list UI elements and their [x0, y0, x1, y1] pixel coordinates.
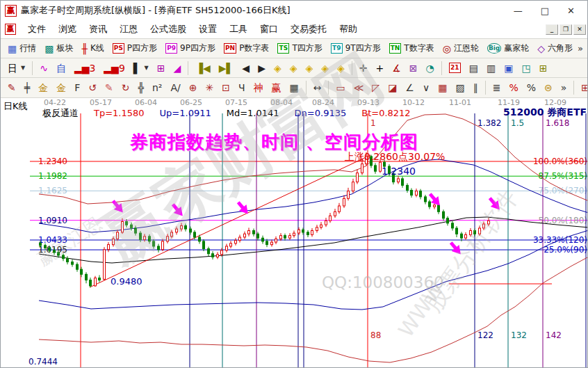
bars-9-tool[interactable]: ▂▅9 — [99, 61, 129, 76]
last-bar-button[interactable]: ▶▌ — [215, 61, 238, 76]
trade-cart-button[interactable]: ⊞ — [535, 61, 552, 76]
calculator-button[interactable]: ▤ — [465, 61, 482, 76]
color-chart-tool[interactable]: ◢ — [169, 61, 185, 76]
color-chart-tool-icon: ◢ — [173, 63, 181, 74]
rect-frame-tool[interactable]: ▭ — [332, 80, 349, 95]
p-number-button[interactable]: PNP数字表 — [220, 40, 273, 56]
wave-period-tool[interactable]: ∿ — [35, 61, 52, 76]
hand-tool[interactable]: ✛ — [355, 61, 372, 76]
prev-bar-button[interactable]: ◀ — [238, 61, 254, 76]
t9-square-button[interactable]: T99T四方形 — [327, 40, 385, 56]
toolbar-main-overflow[interactable]: » — [578, 43, 588, 54]
zigzag-tool[interactable]: ∨ — [418, 80, 434, 95]
tick-tool[interactable]: Ч — [234, 80, 250, 95]
crosshair-tool[interactable]: + — [372, 61, 389, 76]
ratio-rule-tool[interactable]: ≣ — [489, 80, 505, 95]
calculator-button-icon: ▤ — [469, 63, 478, 74]
diamond-compress-button[interactable]: ◈ — [317, 61, 333, 76]
kline-button[interactable]: ╫K线 — [77, 40, 108, 56]
pane-period-label[interactable]: 日K线 — [3, 100, 28, 113]
percent-line-tool[interactable]: % — [505, 80, 522, 95]
fence2-tool[interactable]: ╬ — [133, 80, 147, 95]
cycle-circle-tool[interactable]: ↻ — [117, 80, 134, 95]
trade-cart-button-icon: ⊞ — [539, 63, 548, 74]
percent-tool[interactable]: % — [523, 80, 540, 95]
pattern-tool[interactable]: ⊞ — [153, 61, 170, 76]
pencil2-tool[interactable]: ✎ — [101, 80, 117, 95]
p-square-button[interactable]: PSP四方形 — [108, 40, 161, 56]
diamond-left-button[interactable]: ◈ — [270, 61, 286, 76]
candle-style-dropdown[interactable]: ▌▼ — [129, 61, 153, 76]
mdi-close-button[interactable]: ✕ — [573, 24, 586, 35]
draw-overflow-1[interactable]: » — [557, 80, 571, 95]
fib-f-tool[interactable]: F — [70, 80, 84, 95]
menu-item-6[interactable]: 设置 — [193, 20, 223, 38]
p9-square-button[interactable]: P99P四方形 — [161, 40, 220, 56]
width-marker-tool[interactable]: ↔ — [309, 80, 326, 95]
n-square-tool[interactable]: n² — [148, 80, 167, 95]
export-button[interactable]: ◳ — [518, 61, 535, 76]
ying-tool[interactable]: 赢 — [267, 80, 285, 95]
pencil2-tool-icon: ✎ — [105, 82, 113, 93]
angle-line-tool[interactable]: ∠ — [401, 80, 418, 95]
mdi-restore-button[interactable]: ❐ — [560, 24, 572, 35]
next-bar-button[interactable]: ▶ — [254, 61, 270, 76]
golden-circle-tool[interactable]: ⊜ — [540, 80, 557, 95]
menu-item-1[interactable]: 文件 — [22, 20, 52, 38]
quotes-button-icon: ▦ — [8, 43, 17, 54]
minimize-button[interactable]: — — [514, 6, 523, 16]
close-button[interactable]: ✕ — [567, 6, 575, 16]
shade-square-tool[interactable]: ◪ — [384, 80, 401, 95]
shen-tool[interactable]: 神 — [249, 80, 267, 95]
menu-item-7[interactable]: 工具 — [223, 20, 254, 38]
angle-tool[interactable]: ∡ — [388, 61, 405, 76]
menu-item-2[interactable]: 浏览 — [52, 20, 83, 38]
gann-grid-tool[interactable]: ⊠ — [405, 61, 422, 76]
note-tool[interactable]: 自 — [52, 61, 70, 76]
calendar-button[interactable]: 21 — [445, 61, 465, 75]
arc-square-tool[interactable]: ◸ — [368, 80, 384, 95]
diamond-expand-button[interactable]: ◈ — [301, 61, 317, 76]
grid-arrow-tool[interactable]: ▨ — [451, 80, 468, 95]
t-square-button[interactable]: TST四方形 — [273, 40, 326, 56]
gold-price-tool-icon: 金 — [56, 82, 66, 93]
candle-body-42 — [230, 243, 232, 246]
draw-pencil-tool[interactable]: ✎ — [3, 80, 20, 95]
sectors-button[interactable]: ▩板块 — [40, 40, 77, 56]
spiral-tool[interactable]: ↺ — [84, 80, 101, 95]
gold-price-tool[interactable]: 金 — [52, 80, 70, 95]
winner-wheel-button[interactable]: Big赢家轮 — [483, 40, 533, 56]
first-bar-button[interactable]: ▐◀ — [191, 61, 215, 76]
num-band-tool[interactable]: ▦ — [285, 80, 302, 95]
menu-item-3[interactable]: 资讯 — [83, 20, 113, 38]
menu-item-5[interactable]: 公式选股 — [144, 20, 193, 38]
menu-item-8[interactable]: 窗口 — [254, 20, 284, 38]
final-grid-tool[interactable]: ⊞ — [577, 80, 588, 95]
bars-3-tool[interactable]: ▂▅3 — [70, 61, 99, 76]
menu-item-9[interactable]: 交易委托 — [284, 20, 333, 38]
a-line-tool[interactable]: A/ — [166, 80, 184, 95]
t-number-button[interactable]: TNT数字表 — [385, 40, 439, 56]
hexagon-button[interactable]: ◇六角形 — [533, 40, 577, 56]
gold-num-tool[interactable]: 金 — [34, 80, 52, 95]
diamond-reset-button[interactable]: ◈ — [333, 61, 349, 76]
maximize-button[interactable]: □ — [541, 6, 549, 16]
target-tool[interactable]: ⊕ — [185, 80, 202, 95]
period-day-dropdown[interactable]: 日▼ — [3, 61, 29, 76]
starburst-tool[interactable]: ✳ — [201, 80, 218, 95]
cycle-tool[interactable]: ◔ — [422, 61, 439, 76]
diamond-right-button[interactable]: ◈ — [286, 61, 302, 76]
menu-item-4[interactable]: 江恩 — [113, 20, 144, 38]
mdi-minimize-button[interactable]: _ — [546, 24, 558, 35]
parallel-tool[interactable]: ∥ — [469, 80, 482, 95]
gann-fan-tool[interactable]: ≪ — [350, 80, 368, 95]
gann-fence-tool[interactable]: ╪ — [20, 80, 34, 95]
menu-item-10[interactable]: 帮助 — [333, 20, 364, 38]
quotes-button[interactable]: ▦行情 — [3, 40, 40, 56]
grid-red-tool[interactable]: ▦ — [434, 80, 451, 95]
notes-button[interactable]: ▥ — [482, 61, 500, 76]
chart-area[interactable]: 1.2340100.0%(360)1.198287.5%(315)1.16257… — [1, 98, 588, 368]
save-button[interactable]: ▣ — [500, 61, 517, 76]
grid-target-tool[interactable]: ⊡ — [218, 80, 234, 95]
gann-wheel-button[interactable]: ◎江恩轮 — [439, 40, 483, 56]
